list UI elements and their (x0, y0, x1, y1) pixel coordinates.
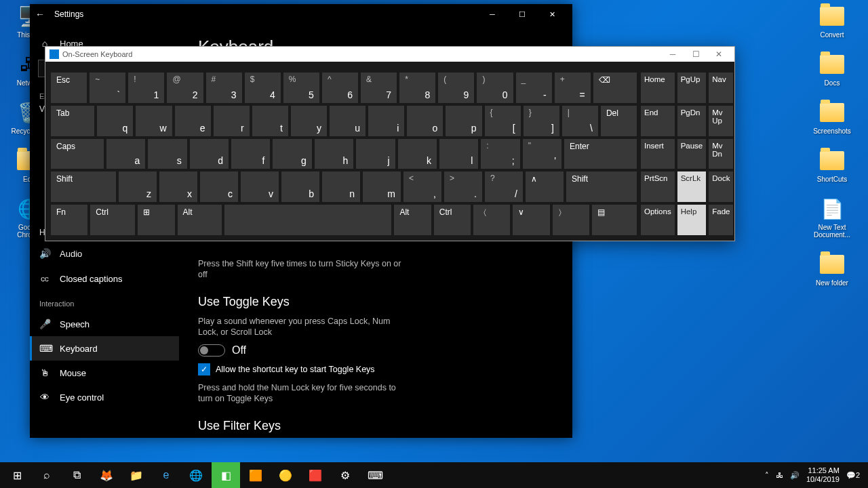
tray-volume-icon[interactable]: 🔊 (790, 471, 800, 480)
taskbar-firefox[interactable]: 🦊 (92, 462, 121, 488)
key-win[interactable]: ⊞ (138, 205, 174, 235)
key-pgdn[interactable]: PgDn (677, 106, 707, 136)
key-arrow-left[interactable]: 〈 (473, 205, 510, 235)
key-\[interactable]: |\ (562, 106, 598, 136)
key-g[interactable]: g (273, 139, 311, 169)
sidebar-item-speech[interactable]: 🎤Speech (30, 312, 179, 336)
minimize-button[interactable]: ─ (477, 4, 507, 24)
key--[interactable]: _- (516, 73, 552, 103)
folder-shortcuts[interactable]: ShortCuts (808, 147, 856, 183)
key-7[interactable]: &7 (361, 73, 397, 103)
task-view-button[interactable]: ⧉ (62, 462, 91, 488)
key-mvdn[interactable]: Mv Dn (709, 139, 733, 169)
toggle-keys-switch[interactable]: Off (198, 344, 553, 357)
folder-docs[interactable]: Docs (808, 51, 856, 87)
key-help[interactable]: Help (677, 205, 707, 235)
folder-screenshots[interactable]: Screenshots (808, 99, 856, 135)
key-z[interactable]: z (119, 171, 157, 202)
taskbar-explorer[interactable]: 📁 (122, 462, 151, 488)
key-1[interactable]: !1 (128, 73, 164, 103)
key-pause[interactable]: Pause (677, 139, 707, 169)
key-`[interactable]: ~` (90, 73, 125, 103)
key-b[interactable]: b (281, 171, 319, 202)
taskbar-app2[interactable]: 🟥 (301, 462, 330, 488)
osk-maximize[interactable]: ☐ (684, 49, 707, 59)
key-fade[interactable]: Fade (709, 205, 733, 235)
key-.[interactable]: >. (444, 171, 482, 202)
taskbar-osk[interactable]: ⌨ (361, 462, 389, 488)
key-prtscn[interactable]: PrtScn (641, 171, 675, 202)
taskbar-clock[interactable]: 11:25 AM10/4/2019 (806, 466, 840, 484)
key-del[interactable]: Del (601, 106, 637, 136)
sidebar-item-eye-control[interactable]: 👁Eye control (30, 385, 179, 409)
key-8[interactable]: *8 (399, 73, 435, 103)
key-q[interactable]: q (97, 106, 133, 136)
key-j[interactable]: j (356, 139, 395, 169)
tray-chevron-icon[interactable]: ˄ (765, 471, 769, 480)
key-;[interactable]: :; (481, 139, 519, 169)
key-mvup[interactable]: Mv Up (709, 106, 733, 136)
key-y[interactable]: y (291, 106, 327, 136)
key-t[interactable]: t (252, 106, 288, 136)
key-f[interactable]: f (231, 139, 270, 169)
close-button[interactable]: ✕ (537, 4, 567, 24)
key-2[interactable]: @2 (167, 73, 203, 103)
key-ctrl-right[interactable]: Ctrl (434, 205, 471, 235)
key-3[interactable]: #3 (206, 73, 242, 103)
sidebar-item-mouse[interactable]: 🖱Mouse (30, 361, 179, 385)
key-9[interactable]: (9 (438, 73, 474, 103)
key-nav[interactable]: Nav (709, 73, 733, 103)
key-e[interactable]: e (175, 106, 211, 136)
key-/[interactable]: ?/ (485, 171, 523, 202)
key-arrow-up[interactable]: ∧ (526, 171, 564, 202)
key-shift-right[interactable]: Shift (566, 171, 637, 202)
key-esc[interactable]: Esc (51, 73, 87, 103)
search-button[interactable]: ⌕ (33, 462, 61, 488)
key-alt-left[interactable]: Alt (178, 205, 222, 235)
toggle-keys-shortcut-checkbox[interactable]: ✓Allow the shortcut key to start Toggle … (198, 363, 553, 375)
key-x[interactable]: x (159, 171, 197, 202)
system-tray[interactable]: ˄ 🖧 🔊 11:25 AM10/4/2019 💬2 (760, 466, 865, 484)
key-menu[interactable]: ▤ (592, 205, 637, 235)
taskbar-chrome2[interactable]: 🟡 (271, 462, 300, 488)
back-button[interactable]: ← (35, 9, 54, 20)
key-=[interactable]: += (555, 73, 591, 103)
key-'[interactable]: "' (523, 139, 561, 169)
new-text-doc[interactable]: 📄New Text Document... (808, 195, 856, 239)
taskbar-settings[interactable]: ⚙ (331, 462, 359, 488)
key-4[interactable]: $4 (245, 73, 281, 103)
key-arrow-right[interactable]: 〉 (553, 205, 589, 235)
key-][interactable]: }] (524, 106, 559, 136)
taskbar-chrome[interactable]: 🌐 (182, 462, 210, 488)
folder-convert[interactable]: Convert (808, 3, 856, 39)
taskbar-camtasia[interactable]: ◧ (212, 462, 240, 488)
osk-minimize[interactable]: ─ (661, 49, 684, 59)
key-[[interactable]: {[ (485, 106, 521, 136)
key-options[interactable]: Options (641, 205, 675, 235)
maximize-button[interactable]: ☐ (507, 4, 537, 24)
key-m[interactable]: m (363, 171, 401, 202)
key-caps[interactable]: Caps (51, 139, 104, 169)
key-6[interactable]: ^6 (322, 73, 358, 103)
key-alt-right[interactable]: Alt (394, 205, 431, 235)
notification-button[interactable]: 💬2 (846, 471, 860, 480)
tray-network-icon[interactable]: 🖧 (776, 471, 783, 479)
key-l[interactable]: l (439, 139, 478, 169)
key-5[interactable]: %5 (283, 73, 319, 103)
key-u[interactable]: u (330, 106, 366, 136)
taskbar-app1[interactable]: 🟧 (241, 462, 270, 488)
key-v[interactable]: v (241, 171, 279, 202)
key-c[interactable]: c (200, 171, 238, 202)
key-home[interactable]: Home (641, 73, 675, 103)
key-r[interactable]: r (214, 106, 250, 136)
sidebar-item-closed-captions[interactable]: ㏄Closed captions (30, 266, 179, 291)
key-dock[interactable]: Dock (709, 171, 733, 202)
key-s[interactable]: s (148, 139, 186, 169)
key-enter[interactable]: Enter (564, 139, 637, 169)
key-p[interactable]: p (446, 106, 481, 136)
key-insert[interactable]: Insert (641, 139, 675, 169)
key-backspace[interactable]: ⌫ (593, 73, 637, 103)
key-space[interactable] (224, 205, 391, 235)
key-shift-left[interactable]: Shift (51, 171, 116, 202)
key-d[interactable]: d (190, 139, 229, 169)
